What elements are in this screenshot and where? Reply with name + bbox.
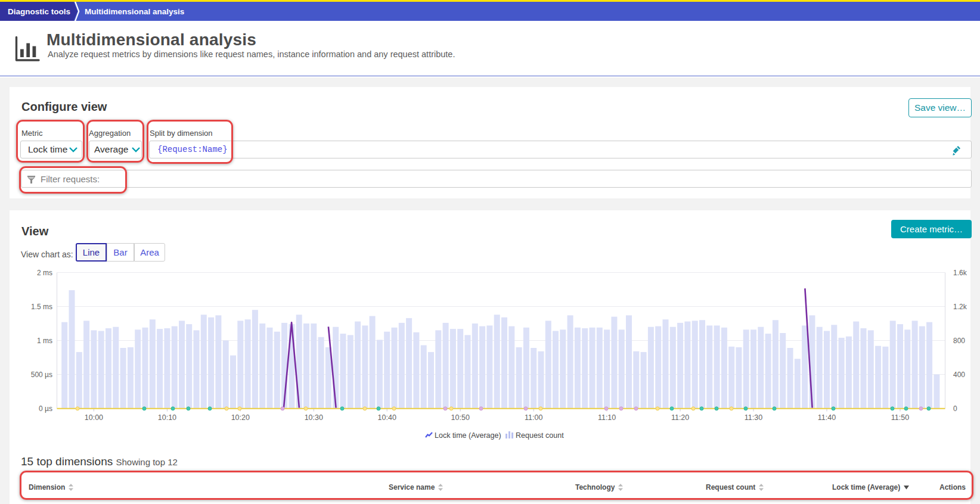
svg-text:10:20: 10:20	[231, 413, 250, 422]
svg-text:0 µs: 0 µs	[39, 405, 52, 413]
svg-text:11:50: 11:50	[891, 413, 909, 422]
svg-text:2 ms: 2 ms	[37, 269, 52, 277]
svg-text:11:40: 11:40	[818, 413, 836, 422]
svg-text:1.6k: 1.6k	[953, 269, 967, 277]
svg-text:1 ms: 1 ms	[37, 337, 52, 345]
svg-text:1.2k: 1.2k	[953, 303, 967, 311]
svg-text:10:10: 10:10	[158, 413, 176, 422]
svg-text:500 µs: 500 µs	[31, 371, 52, 379]
svg-text:11:20: 11:20	[671, 413, 689, 422]
svg-text:400: 400	[953, 371, 965, 379]
svg-text:1.5 ms: 1.5 ms	[31, 303, 52, 311]
svg-text:10:30: 10:30	[305, 413, 323, 422]
svg-text:0: 0	[953, 405, 957, 413]
svg-text:11:10: 11:10	[598, 413, 616, 422]
svg-text:11:30: 11:30	[745, 413, 762, 422]
svg-text:10:40: 10:40	[378, 413, 396, 422]
svg-text:10:50: 10:50	[451, 413, 470, 422]
svg-text:800: 800	[953, 337, 965, 345]
svg-text:10:00: 10:00	[85, 413, 103, 422]
svg-text:11:00: 11:00	[525, 413, 542, 422]
